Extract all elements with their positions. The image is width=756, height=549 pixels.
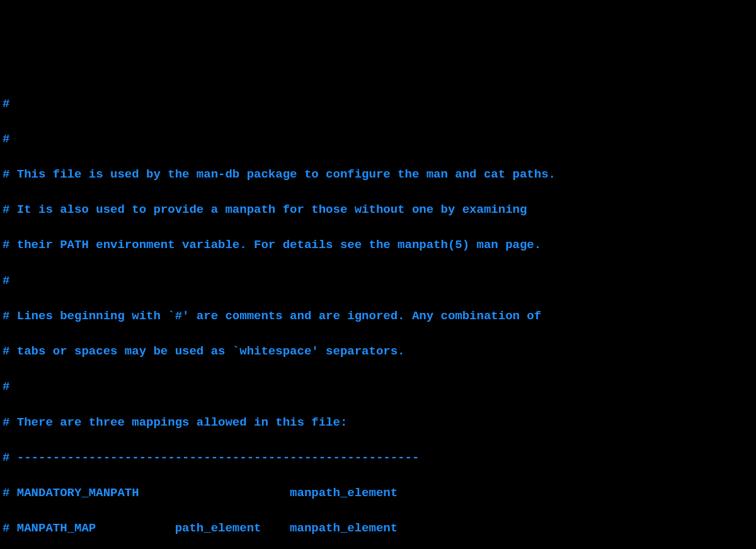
comment-line: # [3,130,753,148]
comment-line: # There are three mappings allowed in th… [3,414,753,431]
comment-line: # [3,95,753,113]
comment-line: # their PATH environment variable. For d… [3,236,753,254]
comment-line: # [3,272,753,290]
comment-line: # MANDATORY_MANPATH manpath_element [3,484,753,502]
comment-line: # MANPATH_MAP path_element manpath_eleme… [3,519,753,537]
comment-line: # --------------------------------------… [3,449,753,467]
comment-line: # Lines beginning with `#' are comments … [3,307,753,325]
terminal-editor[interactable]: # # # This file is used by the man-db pa… [3,77,753,549]
comment-line: # This file is used by the man-db packag… [3,166,753,183]
comment-line: # tabs or spaces may be used as `whitesp… [3,342,753,360]
comment-line: # It is also used to provide a manpath f… [3,201,753,218]
comment-line: # [3,378,753,395]
